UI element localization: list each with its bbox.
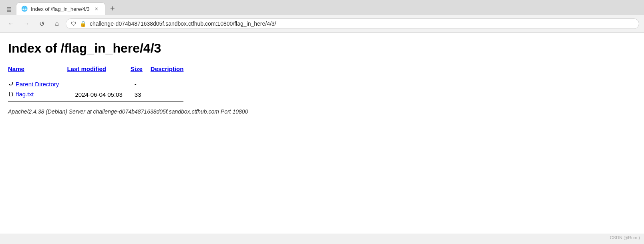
tab-history-button[interactable]: ▤ <box>3 3 14 14</box>
column-name: Name <box>8 64 67 74</box>
tab-favicon: 🌐 <box>21 6 28 12</box>
footer-separator-row <box>8 99 191 104</box>
server-info: Apache/2.4.38 (Debian) Server at challen… <box>8 108 636 115</box>
column-name-link[interactable]: Name <box>8 65 24 72</box>
table-header-row: Name Last modified Size Description <box>8 64 191 74</box>
file-link[interactable]: flag.txt <box>16 91 34 98</box>
forward-icon: → <box>23 20 30 27</box>
column-last-modified: Last modified <box>67 64 130 74</box>
footer-separator <box>8 101 183 102</box>
column-description: Description <box>151 64 192 74</box>
directory-body: ⤾Parent Directory-🗋flag.txt2024-06-04 05… <box>8 78 191 99</box>
new-tab-button[interactable]: + <box>107 3 118 14</box>
page-title: Index of /flag_in_here/4/3 <box>8 41 636 56</box>
address-bar-input[interactable] <box>90 20 634 27</box>
file-icon: 🗋 <box>8 91 14 98</box>
cell-description <box>151 89 192 99</box>
tab-bar: ▤ 🌐 Index of /flag_in_here/4/3 × + <box>0 0 644 15</box>
cell-name: ⤾Parent Directory <box>8 78 67 89</box>
column-size: Size <box>131 64 151 74</box>
shield-icon: 🛡 <box>71 20 76 27</box>
header-separator <box>8 76 183 76</box>
forward-button[interactable]: → <box>20 17 33 30</box>
cell-last-modified <box>67 78 130 89</box>
table-row: ⤾Parent Directory- <box>8 78 191 89</box>
tab-history-icon: ▤ <box>6 6 12 12</box>
cell-size: 33 <box>131 89 151 99</box>
directory-table: Name Last modified Size Description ⤾Par… <box>8 64 191 104</box>
cell-size: - <box>131 78 151 89</box>
cell-description <box>151 78 192 89</box>
tab-title: Index of /flag_in_here/4/3 <box>31 6 90 12</box>
parent-directory-link[interactable]: Parent Directory <box>16 81 59 87</box>
column-size-link[interactable]: Size <box>131 65 143 72</box>
reload-icon: ↺ <box>39 20 44 28</box>
table-row: 🗋flag.txt2024-06-04 05:0333 <box>8 89 191 99</box>
lock-icon: 🔒 <box>80 20 87 27</box>
reload-button[interactable]: ↺ <box>35 17 48 30</box>
home-button[interactable]: ⌂ <box>50 17 63 30</box>
cell-last-modified: 2024-06-04 05:03 <box>67 89 130 99</box>
tab-close-button[interactable]: × <box>93 5 100 12</box>
page-content: Index of /flag_in_here/4/3 Name Last mod… <box>0 33 644 234</box>
column-description-link[interactable]: Description <box>151 65 184 72</box>
back-icon: ← <box>8 20 14 27</box>
nav-bar: ← → ↺ ⌂ 🛡 🔒 <box>0 15 644 33</box>
cell-name: 🗋flag.txt <box>8 89 67 99</box>
browser-chrome: ▤ 🌐 Index of /flag_in_here/4/3 × + ← → ↺… <box>0 0 644 33</box>
active-tab[interactable]: 🌐 Index of /flag_in_here/4/3 × <box>16 2 105 15</box>
column-last-modified-link[interactable]: Last modified <box>67 65 106 72</box>
address-bar-wrapper[interactable]: 🛡 🔒 <box>66 18 639 29</box>
back-button[interactable]: ← <box>5 17 18 30</box>
header-separator-row <box>8 74 191 78</box>
home-icon: ⌂ <box>55 20 59 27</box>
folder-icon: ⤾ <box>8 81 14 87</box>
